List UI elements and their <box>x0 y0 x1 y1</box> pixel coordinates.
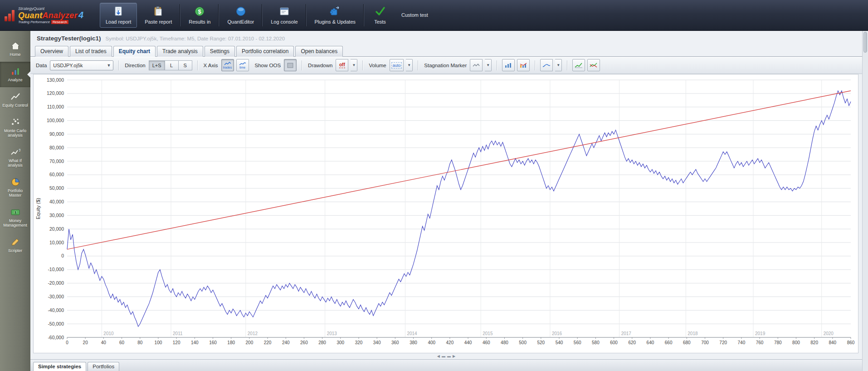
tests-check-icon <box>375 5 385 17</box>
svg-text:2017: 2017 <box>621 331 632 336</box>
stagnation-dropdown[interactable]: ▼ <box>485 59 492 71</box>
chevron-down-icon: ▼ <box>107 63 111 68</box>
tab-equity-chart[interactable]: Equity chart <box>113 46 156 57</box>
toolbar-separator <box>197 60 198 70</box>
quanteditor-button[interactable]: QuantEditor <box>221 3 260 28</box>
bottom-tab-portfolios[interactable]: Portfolios <box>88 362 119 371</box>
tests-button[interactable]: Tests <box>366 3 394 28</box>
bottom-tab-simple-strategies[interactable]: Simple strategies <box>33 362 86 371</box>
toolbar-separator <box>302 60 302 70</box>
stagnation-line-icon <box>473 63 480 68</box>
data-select[interactable]: USDJPY.oj5k ▼ <box>50 60 113 70</box>
plugins-updates-button[interactable]: Plugins & Updates <box>309 3 362 28</box>
time-chart-icon <box>239 61 246 66</box>
report-tabs: Overview List of trades Equity chart Tra… <box>30 44 862 57</box>
svg-text:2010: 2010 <box>103 331 114 336</box>
sidebar-item-money-management[interactable]: $ Money Management <box>0 203 30 232</box>
sidebar-item-portfolio-master[interactable]: Portfolio Master <box>0 173 30 203</box>
svg-text:560: 560 <box>574 340 581 345</box>
line-style-dropdown[interactable]: ▼ <box>555 59 562 71</box>
multi-equity-icon <box>590 63 598 68</box>
multi-equity-chart-button[interactable] <box>587 59 600 71</box>
svg-text:120,000: 120,000 <box>47 90 64 96</box>
oos-swatch-icon <box>287 63 293 68</box>
trades-chart-icon <box>224 61 231 66</box>
svg-text:20,000: 20,000 <box>49 226 64 232</box>
svg-text:280: 280 <box>318 340 326 345</box>
topbar-separator <box>364 4 364 26</box>
app-window: StrategyQuant QuantAnalyzer4 Trading Per… <box>0 0 868 371</box>
svg-text:260: 260 <box>300 340 308 345</box>
log-console-button[interactable]: Log console <box>265 3 303 28</box>
splitter-right-arrow-icon: ▶ <box>453 354 455 358</box>
linear-trend-line <box>67 91 851 249</box>
svg-text:460: 460 <box>483 340 490 345</box>
vertical-scrollbar[interactable] <box>862 31 868 371</box>
bar-chart-blue-icon <box>505 63 512 68</box>
direction-short-button[interactable]: S <box>179 60 192 70</box>
svg-text:720: 720 <box>719 340 727 345</box>
splitter-left-arrow-icon: ◀ <box>437 354 440 358</box>
svg-text:0: 0 <box>66 340 68 345</box>
sidebar-item-home[interactable]: Home <box>0 36 30 62</box>
drawdown-toggle[interactable]: off <box>336 59 348 71</box>
volume-dropdown[interactable]: ▼ <box>406 59 413 71</box>
equity-control-icon <box>10 92 20 101</box>
svg-text:0: 0 <box>61 253 64 258</box>
bar-line-chart-button[interactable] <box>517 59 530 71</box>
tab-trade-analysis[interactable]: Trade analysis <box>157 46 203 57</box>
volume-label: Volume <box>369 63 386 68</box>
line-style-button[interactable] <box>540 59 553 71</box>
tab-settings[interactable]: Settings <box>205 46 235 57</box>
paste-report-button[interactable]: Paste report <box>139 3 178 28</box>
custom-test-button[interactable]: Custom test <box>395 3 434 28</box>
svg-text:840: 840 <box>829 340 836 345</box>
bar-chart-blue-button[interactable] <box>502 59 515 71</box>
svg-text:160: 160 <box>209 340 217 345</box>
show-oos-toggle[interactable] <box>284 59 297 71</box>
scrollbar-thumb[interactable] <box>863 32 867 53</box>
sidebar-item-equity-control[interactable]: Equity Control <box>0 87 30 113</box>
sidebar-item-scripter[interactable]: Scripter <box>0 232 30 258</box>
tab-list-of-trades[interactable]: List of trades <box>70 46 112 57</box>
svg-text:70,000: 70,000 <box>49 158 64 164</box>
stagnation-marker-button[interactable] <box>470 59 483 71</box>
xaxis-time-button[interactable]: time <box>236 59 249 71</box>
quanteditor-icon <box>235 5 246 17</box>
tab-overview[interactable]: Overview <box>35 46 68 57</box>
equity-chart-svg[interactable]: -60,000-50,000-40,000-30,000-20,000-10,0… <box>34 74 858 353</box>
svg-text:130,000: 130,000 <box>47 77 64 83</box>
direction-long-button[interactable]: L <box>165 60 179 70</box>
topbar-separator <box>306 4 307 26</box>
splitter-handle[interactable]: ◀ ▬ ▬ ▶ <box>30 353 862 359</box>
show-oos-label: Show OOS <box>255 63 281 68</box>
xaxis-label: X Axis <box>204 63 218 68</box>
svg-text:50,000: 50,000 <box>49 185 64 191</box>
tab-open-balances[interactable]: Open balances <box>295 46 343 57</box>
svg-text:780: 780 <box>774 340 782 345</box>
brand-sub: Trading PerformanceResearch <box>18 20 83 24</box>
topbar-separator <box>262 4 263 26</box>
sidebar-item-what-if[interactable]: ? What If analysis <box>0 143 30 173</box>
direction-ls-button[interactable]: L+S <box>149 60 165 70</box>
xaxis-trades-button[interactable]: trades <box>221 59 234 71</box>
svg-text:-40,000: -40,000 <box>48 307 64 313</box>
tab-portfolio-correlation[interactable]: Portfolio correlation <box>236 46 294 57</box>
svg-text:400: 400 <box>428 340 435 345</box>
drawdown-dropdown[interactable]: ▼ <box>351 59 357 71</box>
equity-curve <box>67 91 851 326</box>
sidebar-item-monte-carlo[interactable]: Monte Carlo analysis <box>0 113 30 143</box>
sidebar-item-analyze[interactable]: Analyze <box>0 62 30 87</box>
results-in-button[interactable]: $ Results in <box>183 3 216 28</box>
svg-text:600: 600 <box>610 340 618 345</box>
app-logo: StrategyQuant QuantAnalyzer4 Trading Per… <box>0 0 99 30</box>
load-report-button[interactable]: Load report <box>100 3 137 28</box>
svg-text:Equity ($): Equity ($) <box>35 198 41 219</box>
volume-toggle[interactable]: auto <box>390 59 404 71</box>
analyze-bars-icon <box>10 67 20 76</box>
svg-text:340: 340 <box>373 340 381 345</box>
svg-text:200: 200 <box>246 340 254 345</box>
equity-chart[interactable]: -60,000-50,000-40,000-30,000-20,000-10,0… <box>33 74 858 353</box>
toolbar-separator <box>418 60 418 70</box>
equity-green-chart-button[interactable] <box>572 59 585 71</box>
